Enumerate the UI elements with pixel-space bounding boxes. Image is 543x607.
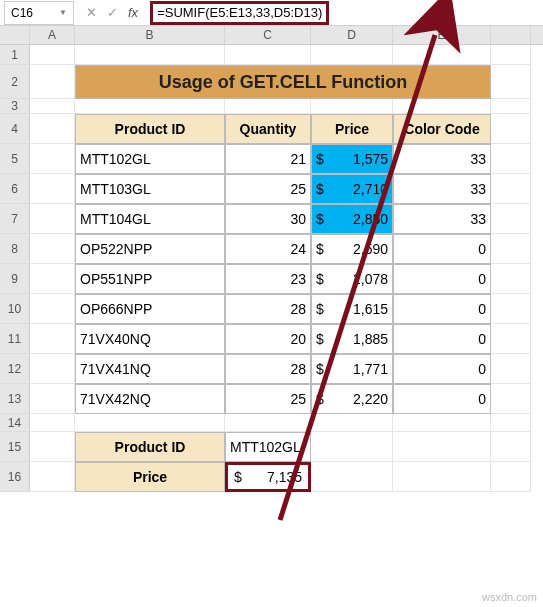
cell-color-code[interactable]: 0 xyxy=(393,354,491,384)
cell[interactable] xyxy=(311,45,393,65)
cell-product-id[interactable]: OP551NPP xyxy=(75,264,225,294)
row-header[interactable]: 13 xyxy=(0,384,30,414)
cell[interactable] xyxy=(30,99,75,114)
cell-quantity[interactable]: 28 xyxy=(225,294,311,324)
cell[interactable] xyxy=(491,264,531,294)
cell-quantity[interactable]: 25 xyxy=(225,384,311,414)
col-header[interactable]: A xyxy=(30,26,75,44)
cell-product-id[interactable]: MTT102GL xyxy=(75,144,225,174)
row-header[interactable]: 4 xyxy=(0,114,30,144)
row-header[interactable]: 9 xyxy=(0,264,30,294)
cell-color-code[interactable]: 0 xyxy=(393,384,491,414)
cell[interactable] xyxy=(393,45,491,65)
cancel-icon[interactable]: ✕ xyxy=(86,5,97,20)
cell[interactable] xyxy=(225,45,311,65)
cell[interactable] xyxy=(491,432,531,462)
table-header[interactable]: Price xyxy=(311,114,393,144)
cell[interactable] xyxy=(491,324,531,354)
cell[interactable] xyxy=(311,414,393,432)
cell-color-code[interactable]: 0 xyxy=(393,234,491,264)
col-header[interactable]: E xyxy=(393,26,491,44)
fx-icon[interactable]: fx xyxy=(128,5,138,20)
cell[interactable] xyxy=(30,204,75,234)
chevron-down-icon[interactable]: ▼ xyxy=(59,8,67,17)
cell[interactable] xyxy=(311,99,393,114)
col-header[interactable]: D xyxy=(311,26,393,44)
cell-color-code[interactable]: 0 xyxy=(393,294,491,324)
col-header[interactable] xyxy=(491,26,531,44)
cell[interactable] xyxy=(491,45,531,65)
cell-color-code[interactable]: 0 xyxy=(393,264,491,294)
table-header[interactable]: Color Code xyxy=(393,114,491,144)
col-header[interactable]: B xyxy=(75,26,225,44)
cell[interactable] xyxy=(393,99,491,114)
summary-label[interactable]: Price xyxy=(75,462,225,492)
cell[interactable] xyxy=(75,45,225,65)
cell-price[interactable]: $1,771 xyxy=(311,354,393,384)
title-band[interactable]: Usage of GET.CELL Function xyxy=(75,65,491,99)
cell[interactable] xyxy=(30,264,75,294)
cell-quantity[interactable]: 28 xyxy=(225,354,311,384)
cell[interactable] xyxy=(393,432,491,462)
cell[interactable] xyxy=(75,99,225,114)
table-header[interactable]: Quantity xyxy=(225,114,311,144)
cell[interactable] xyxy=(491,144,531,174)
cell[interactable] xyxy=(30,462,75,492)
cell[interactable] xyxy=(30,324,75,354)
cell-price[interactable]: $2,590 xyxy=(311,234,393,264)
cell[interactable] xyxy=(393,462,491,492)
col-header[interactable]: C xyxy=(225,26,311,44)
table-header[interactable]: Product ID xyxy=(75,114,225,144)
row-header[interactable]: 11 xyxy=(0,324,30,354)
row-header[interactable]: 14 xyxy=(0,414,30,432)
cell-product-id[interactable]: 71VX40NQ xyxy=(75,324,225,354)
cell-product-id[interactable]: 71VX41NQ xyxy=(75,354,225,384)
row-header[interactable]: 15 xyxy=(0,432,30,462)
cell-quantity[interactable]: 23 xyxy=(225,264,311,294)
cell[interactable] xyxy=(30,414,75,432)
cell[interactable] xyxy=(311,432,393,462)
cell[interactable] xyxy=(491,462,531,492)
cell-color-code[interactable]: 33 xyxy=(393,144,491,174)
cell[interactable] xyxy=(491,114,531,144)
cell[interactable] xyxy=(30,294,75,324)
row-header[interactable]: 8 xyxy=(0,234,30,264)
summary-value[interactable]: MTT102GL xyxy=(225,432,311,462)
cell[interactable] xyxy=(491,384,531,414)
cell-quantity[interactable]: 25 xyxy=(225,174,311,204)
row-header[interactable]: 7 xyxy=(0,204,30,234)
cell-quantity[interactable]: 24 xyxy=(225,234,311,264)
enter-icon[interactable]: ✓ xyxy=(107,5,118,20)
cell[interactable] xyxy=(30,114,75,144)
cell-product-id[interactable]: MTT104GL xyxy=(75,204,225,234)
cell-color-code[interactable]: 33 xyxy=(393,174,491,204)
cell-product-id[interactable]: 71VX42NQ xyxy=(75,384,225,414)
row-header[interactable]: 10 xyxy=(0,294,30,324)
cell[interactable] xyxy=(491,174,531,204)
formula-input[interactable]: =SUMIF(E5:E13,33,D5:D13) xyxy=(146,1,543,25)
cell[interactable] xyxy=(30,144,75,174)
row-header[interactable]: 3 xyxy=(0,99,30,114)
row-header[interactable]: 1 xyxy=(0,45,30,65)
cell[interactable] xyxy=(30,65,75,99)
cell-price[interactable]: $1,575 xyxy=(311,144,393,174)
cell[interactable] xyxy=(75,414,225,432)
cell-price[interactable]: $2,710 xyxy=(311,174,393,204)
cell[interactable] xyxy=(491,354,531,384)
row-header[interactable]: 6 xyxy=(0,174,30,204)
cell[interactable] xyxy=(30,354,75,384)
cell[interactable] xyxy=(225,99,311,114)
cell[interactable] xyxy=(311,462,393,492)
cell[interactable] xyxy=(491,234,531,264)
cell[interactable] xyxy=(491,65,531,99)
result-cell[interactable]: $ 7,135 xyxy=(225,462,311,492)
cell[interactable] xyxy=(491,414,531,432)
cell-product-id[interactable]: OP666NPP xyxy=(75,294,225,324)
cell[interactable] xyxy=(30,234,75,264)
cell-quantity[interactable]: 21 xyxy=(225,144,311,174)
cell[interactable] xyxy=(30,45,75,65)
row-header[interactable]: 5 xyxy=(0,144,30,174)
cell[interactable] xyxy=(30,174,75,204)
cell-product-id[interactable]: OP522NPP xyxy=(75,234,225,264)
cell[interactable] xyxy=(225,414,311,432)
